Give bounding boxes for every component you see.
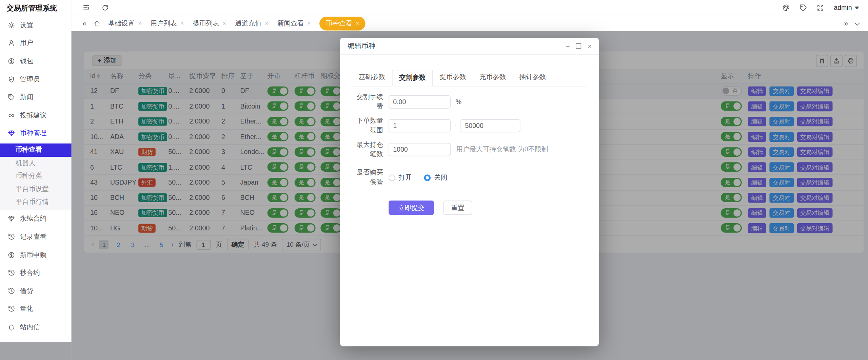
sidebar-item-settings[interactable]: 设置 [0, 16, 72, 34]
tabbar: « 基础设置×用户列表×提币列表×通道充值×新闻查看×币种查看× » [72, 16, 868, 31]
nav-tab-label: 用户列表 [151, 19, 177, 28]
dialog-tab[interactable]: 提币参数 [433, 70, 473, 86]
nav-tab-label: 提币列表 [193, 19, 219, 28]
range-label: 下单数量范围 [352, 116, 389, 135]
dialog-tab[interactable]: 充币参数 [473, 70, 513, 86]
sidebar-subitem-coin-view[interactable]: 币种查看 [0, 144, 72, 156]
minimize-icon[interactable]: − [566, 42, 570, 50]
sidebar-item-feedback[interactable]: 投拆建议 [0, 106, 72, 124]
sidebar-item-news[interactable]: 新闻 [0, 88, 72, 106]
nav-tab[interactable]: 提币列表× [193, 19, 226, 28]
fullscreen-icon[interactable] [817, 4, 825, 12]
dialog-header: 编辑币种 − × [340, 38, 599, 55]
maxpos-input[interactable] [389, 143, 451, 156]
nav-tab-label: 币种查看 [326, 19, 352, 28]
nav-tab-label: 新闻查看 [277, 19, 304, 28]
sidebar-subitem-robot[interactable]: 机器人 [0, 156, 72, 169]
sidebar-item-wallet[interactable]: 钱包 [0, 52, 72, 70]
sidebar-item-label: 投拆建议 [20, 111, 46, 120]
chevrons-right-icon[interactable]: » [844, 20, 848, 27]
close-tab-icon[interactable]: × [180, 20, 184, 26]
sidebar-subitem-platform-coin-settings[interactable]: 平台币设置 [0, 183, 72, 195]
insurance-radio[interactable] [389, 174, 395, 181]
sidebar-submenu: 币种查看机器人币种分类平台币设置平台币行情 [0, 143, 72, 210]
username: admin [834, 4, 852, 12]
sidebar-item-label: 永续合约 [20, 214, 46, 224]
infinity-icon [8, 112, 15, 119]
sidebar-subitem-platform-coin-market[interactable]: 平台币行情 [0, 196, 72, 209]
app-window: 交易所管理系统 设置用户钱包管理员新闻投拆建议币种管理币种查看机器人币种分类平台… [0, 0, 868, 360]
form-row-range: 下单数量范围 - [352, 116, 586, 135]
theme-palette-icon[interactable] [782, 4, 790, 12]
dollar-icon [8, 58, 15, 65]
modal-overlay-strip [0, 342, 72, 360]
dialog-tab[interactable]: 基础参数 [352, 70, 392, 86]
close-tab-icon[interactable]: × [138, 20, 142, 26]
close-tab-icon[interactable]: × [356, 20, 359, 26]
tag-icon[interactable] [800, 4, 807, 12]
nav-tab[interactable]: 基础设置× [108, 19, 142, 28]
sidebar-item-new-coin[interactable]: 新币申购 [0, 246, 72, 264]
shield-icon [8, 76, 15, 83]
sidebar-item-second-contract[interactable]: 秒合约 [0, 264, 72, 282]
nav-tab-label: 通道充值 [235, 19, 261, 28]
maxpos-hint: 用户最大可持仓笔数,为0不限制 [456, 145, 548, 154]
sidebar-subitem-coin-category[interactable]: 币种分类 [0, 170, 72, 183]
dialog-tabs: 基础参数交割参数提币参数充币参数插针参数 [352, 70, 587, 87]
nav-tab[interactable]: 通道充值× [235, 19, 269, 28]
user-icon [8, 40, 15, 47]
refresh-icon[interactable] [101, 4, 109, 12]
topbar-right: admin [782, 4, 859, 12]
chevron-down-icon[interactable] [854, 20, 860, 25]
menu-fold-icon[interactable] [82, 4, 90, 12]
fee-label: 交割手续费 [352, 93, 389, 112]
chevrons-left-icon[interactable]: « [82, 20, 86, 27]
nav-tab[interactable]: 币种查看× [320, 16, 366, 30]
dialog-form: 交割手续费 % 下单数量范围 - 最大持仓笔数 用户最大可持仓笔数,为0不限制 … [340, 87, 599, 215]
nav-tab[interactable]: 新闻查看× [277, 19, 311, 28]
dialog-title: 编辑币种 [348, 41, 375, 51]
submit-button[interactable]: 立即提交 [389, 201, 434, 215]
sidebar-item-admins[interactable]: 管理员 [0, 70, 72, 88]
edit-coin-dialog: 编辑币种 − × 基础参数交割参数提币参数充币参数插针参数 交割手续费 % 下单… [340, 38, 599, 346]
form-row-insurance: 是否购买保险 打开关闭 [352, 168, 586, 187]
history-icon [8, 233, 15, 240]
bell-icon [8, 323, 15, 330]
range-min-input[interactable] [389, 119, 451, 132]
close-tab-icon[interactable]: × [223, 20, 226, 26]
nav-tabs: 基础设置×用户列表×提币列表×通道充值×新闻查看×币种查看× [108, 16, 366, 30]
sidebar-item-records[interactable]: 记录查看 [0, 228, 72, 246]
gear-icon [8, 21, 15, 29]
sidebar-item-quant[interactable]: 量化 [0, 300, 72, 318]
sidebar-item-lending[interactable]: 借贷 [0, 282, 72, 300]
dialog-tab[interactable]: 插针参数 [513, 70, 553, 86]
sidebar-item-coin-manage[interactable]: 币种管理 [0, 125, 72, 143]
topbar-left [82, 4, 109, 12]
reset-button[interactable]: 重置 [443, 201, 472, 215]
close-icon[interactable]: × [588, 42, 592, 50]
maximize-icon[interactable] [576, 43, 581, 49]
sidebar-item-label: 管理员 [20, 75, 40, 84]
range-max-input[interactable] [460, 119, 520, 132]
sidebar-item-label: 站内信 [20, 322, 40, 332]
sidebar-item-mail[interactable]: 站内信 [0, 318, 72, 336]
insurance-radio-label: 打开 [399, 173, 412, 183]
sidebar-item-label: 设置 [20, 20, 33, 30]
tag-icon [8, 94, 15, 101]
insurance-radio[interactable] [424, 174, 431, 181]
sidebar-item-label: 新币申购 [20, 250, 46, 260]
fee-input[interactable] [389, 95, 451, 109]
close-tab-icon[interactable]: × [265, 20, 269, 26]
dialog-tab[interactable]: 交割参数 [392, 70, 433, 87]
sidebar-item-label: 钱包 [20, 57, 33, 66]
nav-tab[interactable]: 用户列表× [151, 19, 184, 28]
sidebar-item-label: 用户 [20, 38, 33, 48]
close-tab-icon[interactable]: × [307, 20, 311, 26]
user-menu[interactable]: admin [834, 4, 859, 12]
sidebar-item-users[interactable]: 用户 [0, 34, 72, 52]
history-icon [8, 269, 15, 277]
sidebar-nav: 设置用户钱包管理员新闻投拆建议币种管理币种查看机器人币种分类平台币设置平台币行情… [0, 16, 72, 336]
sidebar-item-label: 新闻 [20, 93, 33, 102]
home-icon[interactable] [94, 20, 101, 27]
sidebar-item-perpetual[interactable]: 永续合约 [0, 210, 72, 228]
